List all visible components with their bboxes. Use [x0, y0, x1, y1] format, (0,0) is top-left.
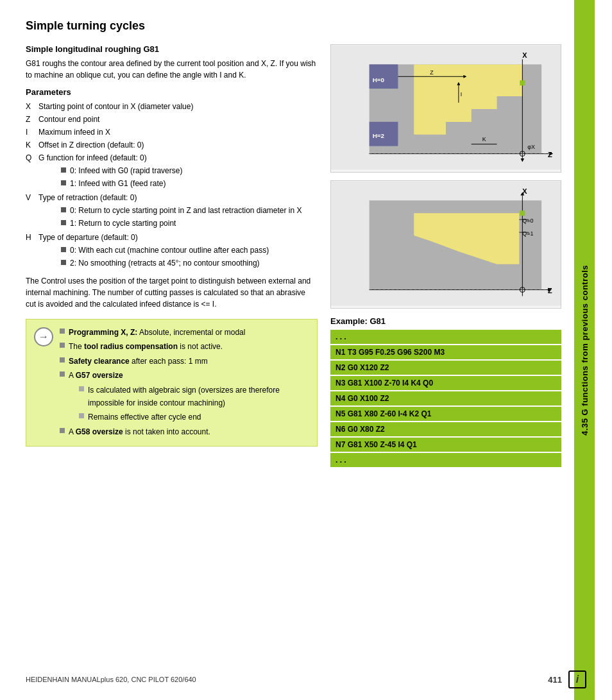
section-title: Simple longitudinal roughing G81	[26, 44, 318, 54]
code-cell: N4 G0 X100 Z2	[330, 391, 561, 406]
page-title: Simple turning cycles	[26, 19, 561, 33]
g57-sub-bullets: Is calculated with algebraic sign (overs…	[79, 384, 309, 424]
bullet-icon	[60, 357, 65, 363]
param-h: H Type of departure (default: 0)	[26, 232, 318, 243]
v-bullets: 0: Return to cycle starting point in Z a…	[61, 205, 318, 229]
bullet-icon	[60, 329, 65, 334]
bullet-icon	[79, 386, 84, 391]
svg-rect-36	[520, 210, 525, 216]
h-bullet-2: 2: No smoothing (retracts at 45°; no con…	[61, 257, 318, 269]
code-cell: N7 G81 X50 Z-45 I4 Q1	[330, 437, 561, 452]
code-row-dots-start: . . .	[330, 330, 561, 345]
bullet-icon	[60, 428, 65, 433]
code-cell: N1 T3 G95 F0.25 G96 S200 M3	[330, 345, 561, 360]
h-bullet-2-text: 2: No smoothing (retracts at 45°; no con…	[70, 257, 260, 269]
code-row-dots-end: . . .	[330, 452, 561, 468]
param-desc-h: Type of departure (default: 0)	[38, 232, 318, 243]
v-bullet-0: 0: Return to cycle starting point in Z a…	[61, 205, 318, 216]
info-badge: i	[568, 670, 586, 688]
q-bullet-1-text: 1: Infeed with G1 (feed rate)	[70, 178, 166, 189]
param-i: I Maximum infeed in X	[26, 126, 318, 138]
svg-rect-20	[520, 80, 525, 85]
q-bullet-0-text: 0: Infeed with G0 (rapid traverse)	[70, 165, 182, 176]
param-v: V Type of retraction (default: 0)	[26, 192, 318, 203]
info-box: Programming X, Z: Absolute, incremental …	[26, 319, 318, 447]
code-cell: N3 G81 X100 Z-70 I4 K4 Q0	[330, 375, 561, 391]
bullet-icon	[61, 207, 66, 212]
code-row-4: N4 G0 X100 Z2	[330, 391, 561, 406]
info-bullet-xz-text: Programming X, Z: Absolute, incremental …	[69, 326, 245, 339]
control-description: The Control uses the position of the tar…	[26, 275, 318, 310]
diagram-2: Q=0 Q=1 X Z	[330, 180, 561, 309]
side-tab: 4.35 G functions from previous controls	[574, 0, 595, 700]
param-desc-i: Maximum infeed in X	[38, 126, 318, 138]
param-letter-k: K	[26, 139, 38, 151]
svg-text:I: I	[461, 91, 462, 98]
svg-text:X: X	[522, 51, 527, 59]
code-row-7: N7 G81 X50 Z-45 I4 Q1	[330, 437, 561, 452]
bullet-icon	[60, 343, 65, 348]
v-bullet-1: 1: Return to cycle starting point	[61, 218, 318, 229]
svg-text:φX: φX	[527, 144, 535, 150]
param-letter-i: I	[26, 126, 38, 138]
bullet-icon	[61, 180, 66, 185]
code-row-5: N5 G81 X80 Z-60 I-4 K2 Q1	[330, 406, 561, 422]
side-tab-text: 4.35 G functions from previous controls	[580, 265, 590, 436]
svg-text:Q=1: Q=1	[522, 230, 533, 237]
q-bullets: 0: Infeed with G0 (rapid traverse) 1: In…	[61, 165, 318, 189]
v-bullet-0-text: 0: Return to cycle starting point in Z a…	[70, 205, 302, 216]
svg-text:H=2: H=2	[373, 132, 385, 139]
code-cell: N2 G0 X120 Z2	[330, 360, 561, 375]
diagram-2-svg: Q=0 Q=1 X Z	[331, 181, 561, 306]
param-desc-q: G function for infeed (default: 0)	[38, 152, 318, 164]
code-row-3: N3 G81 X100 Z-70 I4 K4 Q0	[330, 375, 561, 391]
info-content: Programming X, Z: Absolute, incremental …	[60, 326, 309, 440]
diagram-1: H=0 H=2 X Z Z	[330, 44, 561, 173]
code-cell: . . .	[330, 452, 561, 468]
svg-text:Z: Z	[548, 151, 552, 158]
footer: HEIDENHAIN MANUALplus 620, CNC PILOT 620…	[26, 670, 586, 688]
info-bullet-trc: The tool radius compensation is not acti…	[60, 340, 309, 353]
h-bullet-0: 0: With each cut (machine contour outlin…	[61, 244, 318, 256]
param-letter-h: H	[26, 232, 38, 243]
svg-text:Z: Z	[430, 69, 434, 76]
param-x: X Starting point of contour in X (diamet…	[26, 101, 318, 112]
bullet-icon	[61, 167, 66, 173]
info-bullet-g58-text: A G58 oversize is not taken into account…	[69, 425, 210, 438]
param-desc-x: Starting point of contour in X (diameter…	[38, 101, 318, 112]
footer-text: HEIDENHAIN MANUALplus 620, CNC PILOT 620…	[26, 676, 196, 683]
info-bullet-g57: A G57 oversize	[60, 369, 309, 382]
bullet-icon	[61, 260, 66, 265]
param-letter-v: V	[26, 192, 38, 203]
info-bullet-g57-text: A G57 oversize	[69, 369, 123, 382]
svg-text:K: K	[482, 136, 486, 142]
g57-sub-bullet-0: Is calculated with algebraic sign (overs…	[79, 384, 309, 410]
h-bullets: 0: With each cut (machine contour outlin…	[61, 244, 318, 269]
h-bullet-0-text: 0: With each cut (machine contour outlin…	[70, 244, 269, 256]
bullet-icon	[79, 413, 84, 418]
info-bullet-safety: Safety clearance after each pass: 1 mm	[60, 355, 309, 368]
bullet-icon	[61, 220, 66, 225]
code-row-1: N1 T3 G95 F0.25 G96 S200 M3	[330, 345, 561, 360]
v-bullet-1-text: 1: Return to cycle starting point	[70, 218, 176, 229]
g57-sub-bullet-0-text: Is calculated with algebraic sign (overs…	[88, 384, 309, 410]
param-desc-z: Contour end point	[38, 114, 318, 125]
svg-text:Q=0: Q=0	[522, 218, 533, 224]
example-title: Example: G81	[330, 316, 561, 326]
g57-sub-bullet-1-text: Remains effective after cycle end	[88, 411, 201, 423]
right-column: H=0 H=2 X Z Z	[330, 44, 561, 468]
code-row-2: N2 G0 X120 Z2	[330, 360, 561, 375]
main-content: Simple turning cycles Simple longitudina…	[0, 0, 574, 700]
code-cell: N5 G81 X80 Z-60 I-4 K2 Q1	[330, 406, 561, 422]
code-cell: N6 G0 X80 Z2	[330, 422, 561, 437]
info-bullet-xz: Programming X, Z: Absolute, incremental …	[60, 326, 309, 339]
info-bullet-g58: A G58 oversize is not taken into account…	[60, 425, 309, 438]
code-table: . . . N1 T3 G95 F0.25 G96 S200 M3 N2 G0 …	[330, 330, 561, 468]
param-letter-z: Z	[26, 114, 38, 125]
diagram-1-svg: H=0 H=2 X Z Z	[331, 45, 561, 170]
param-q: Q G function for infeed (default: 0)	[26, 152, 318, 164]
arrow-icon	[34, 327, 53, 346]
bullet-icon	[61, 247, 66, 252]
info-bullet-safety-text: Safety clearance after each pass: 1 mm	[69, 355, 208, 368]
left-column: Simple longitudinal roughing G81 G81 rou…	[26, 44, 318, 468]
